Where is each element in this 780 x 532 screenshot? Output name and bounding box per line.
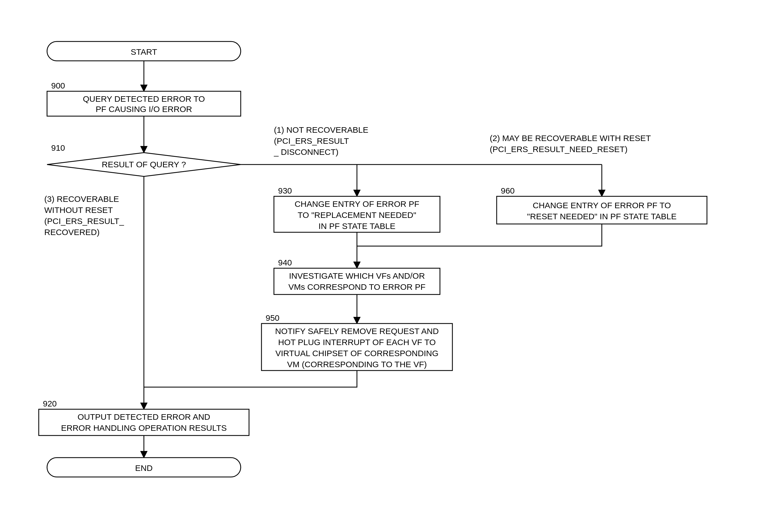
n940-number: 940 <box>278 258 292 267</box>
n930-box: CHANGE ENTRY OF ERROR PF TO "REPLACEMENT… <box>274 196 440 232</box>
n960-l2: "RESET NEEDED" IN PF STATE TABLE <box>527 212 677 221</box>
n920-number: 920 <box>43 399 57 408</box>
n960-l1: CHANGE ENTRY OF ERROR PF TO <box>533 201 671 210</box>
n940-l2: VMs CORRESPOND TO ERROR PF <box>288 282 426 291</box>
n950-l1: NOTIFY SAFELY REMOVE REQUEST AND <box>275 327 439 336</box>
n920-box: OUTPUT DETECTED ERROR AND ERROR HANDLING… <box>39 409 249 435</box>
n930-l2: TO "REPLACEMENT NEEDED" <box>298 210 417 220</box>
branch1-l3: _ DISCONNECT) <box>274 147 338 157</box>
end-node: END <box>47 458 241 477</box>
n920-l1: OUTPUT DETECTED ERROR AND <box>78 412 210 421</box>
branch3-l2: WITHOUT RESET <box>44 205 113 215</box>
n900-line1: QUERY DETECTED ERROR TO <box>83 94 205 103</box>
branch3-l4: RECOVERED) <box>44 227 100 237</box>
branch1-l1: (1) NOT RECOVERABLE <box>274 125 368 135</box>
n950-number: 950 <box>265 313 280 322</box>
n930-number: 930 <box>278 186 292 195</box>
edge-950-join <box>144 371 357 387</box>
n960-number: 960 <box>501 186 515 195</box>
n930-l1: CHANGE ENTRY OF ERROR PF <box>295 199 420 209</box>
branch3-l3: (PCI_ERS_RESULT_ <box>44 216 124 226</box>
n910-decision: RESULT OF QUERY ? <box>47 153 241 176</box>
n940-box: INVESTIGATE WHICH VFs AND/OR VMs CORRESP… <box>274 268 440 295</box>
branch3-l1: (3) RECOVERABLE <box>44 195 119 204</box>
branch2-l2: (PCI_ERS_RESULT_NEED_RESET) <box>490 145 628 154</box>
n950-l4: VM (CORRESPONDING TO THE VF) <box>287 360 427 369</box>
n910-number: 910 <box>51 143 65 152</box>
start-label: START <box>131 47 157 56</box>
n950-l3: VIRTUAL CHIPSET OF CORRESPONDING <box>275 349 439 358</box>
branch1-l2: (PCI_ERS_RESULT <box>274 136 349 146</box>
n950-l2: HOT PLUG INTERRUPT OF EACH VF TO <box>278 337 436 347</box>
n940-l1: INVESTIGATE WHICH VFs AND/OR <box>289 271 425 280</box>
branch2-l1: (2) MAY BE RECOVERABLE WITH RESET <box>490 134 651 143</box>
n900-box: QUERY DETECTED ERROR TO PF CAUSING I/O E… <box>47 91 241 116</box>
end-label: END <box>135 464 152 473</box>
n950-box: NOTIFY SAFELY REMOVE REQUEST AND HOT PLU… <box>261 323 452 371</box>
n910-label: RESULT OF QUERY ? <box>102 160 186 169</box>
n920-l2: ERROR HANDLING OPERATION RESULTS <box>61 423 227 432</box>
start-node: START <box>47 42 241 61</box>
n900-number: 900 <box>51 81 65 90</box>
n930-l3: IN PF STATE TABLE <box>319 221 395 230</box>
n900-line2: PF CAUSING I/O ERROR <box>96 105 192 114</box>
n960-box: CHANGE ENTRY OF ERROR PF TO "RESET NEEDE… <box>497 196 707 224</box>
